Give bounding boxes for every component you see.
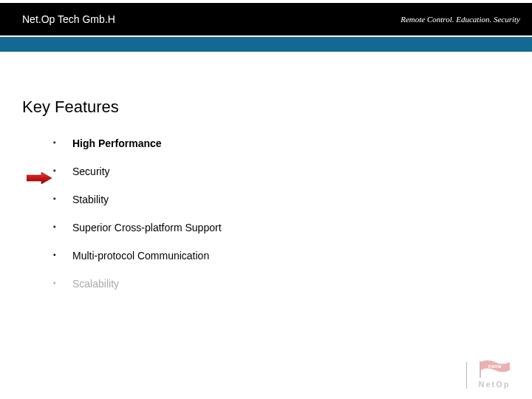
list-item: Superior Cross-platform Support: [53, 222, 510, 233]
header-accent-bar: [0, 35, 532, 52]
list-item-label: Superior Cross-platform Support: [72, 222, 222, 233]
page-title: Key Features: [22, 98, 510, 117]
list-item-label: Scalability: [72, 278, 119, 290]
list-item-label: Multi-protocol Communication: [72, 250, 209, 262]
arrow-right-icon: [27, 172, 52, 184]
svg-marker-0: [27, 172, 52, 184]
list-item-label: High Performance: [72, 137, 162, 149]
list-item: Stability: [53, 194, 510, 205]
header-tagline: Remote Control. Education. Security: [400, 15, 520, 24]
company-name: Net.Op Tech Gmb.H: [22, 13, 115, 25]
slide-body: Key Features High Performance Security S…: [0, 52, 532, 290]
list-item-label: Security: [72, 166, 110, 177]
list-item: Security: [53, 166, 510, 177]
list-item-label: Stability: [72, 194, 109, 205]
flag-icon: KNOW: [477, 360, 511, 378]
footer: KNOW NetOp: [466, 360, 511, 389]
slide: Net.Op Tech Gmb.H Remote Control. Educat…: [0, 0, 532, 399]
footer-logo: KNOW NetOp: [477, 360, 511, 389]
list-item: Scalability: [53, 278, 510, 290]
footer-divider: [466, 362, 467, 389]
feature-list: High Performance Security Stability Supe…: [22, 137, 510, 290]
header-bar: Net.Op Tech Gmb.H Remote Control. Educat…: [0, 0, 532, 35]
svg-text:KNOW: KNOW: [488, 364, 502, 369]
list-item: Multi-protocol Communication: [53, 250, 510, 262]
footer-brand: NetOp: [479, 380, 511, 389]
list-item: High Performance: [53, 137, 510, 149]
